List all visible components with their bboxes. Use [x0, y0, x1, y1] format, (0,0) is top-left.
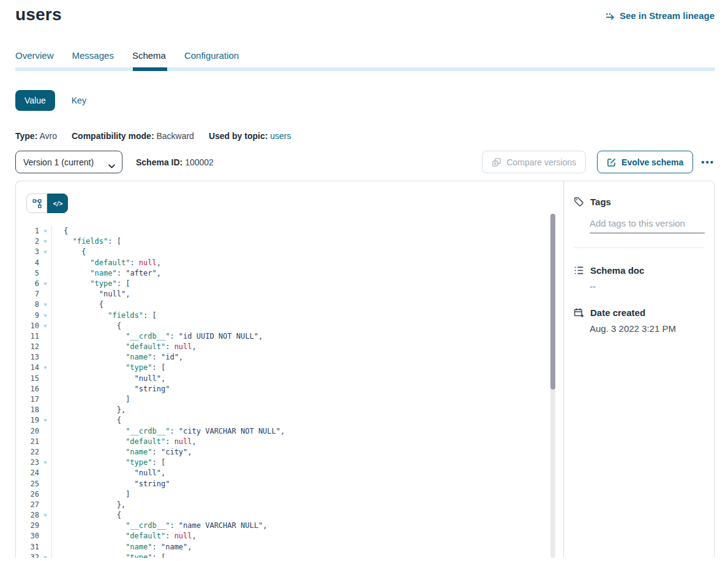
editor-scrollbar-track	[550, 214, 555, 558]
meta-used-by-topic: Used by topic: users	[209, 131, 291, 141]
code-text: "default": null,	[52, 437, 197, 447]
code-line: 21"default": null,	[16, 437, 563, 447]
fold-toggle-icon[interactable]: ▼	[39, 363, 52, 373]
code-text: "default": null,	[52, 258, 161, 268]
code-text: "type": [	[52, 363, 165, 373]
code-text: "name": "id",	[52, 352, 183, 363]
meta-compatibility-label: Compatibility mode:	[72, 131, 154, 141]
fold-spacer	[39, 374, 52, 384]
tab-underline-track	[15, 67, 715, 71]
tab-messages[interactable]: Messages	[72, 50, 114, 61]
evolve-schema-button[interactable]: Evolve schema	[597, 151, 693, 173]
fold-spacer	[39, 289, 52, 299]
code-line: 4"default": null,	[16, 258, 563, 268]
code-line: 8▼{	[16, 299, 563, 310]
schema-editor: </> 1▼{2▼"fields": [3▼{4"default": null,…	[16, 181, 563, 558]
evolve-schema-label: Evolve schema	[621, 157, 683, 167]
tab-configuration[interactable]: Configuration	[184, 50, 239, 61]
line-number: 4	[16, 258, 39, 268]
code-text: "name": "after",	[52, 268, 161, 279]
fold-toggle-icon[interactable]: ▼	[39, 279, 52, 289]
code-text: {	[52, 299, 103, 310]
code-line: 27},	[16, 500, 563, 510]
meta-topic-link[interactable]: users	[270, 131, 291, 141]
compare-versions-button[interactable]: Compare versions	[482, 151, 586, 173]
fold-toggle-icon[interactable]: ▼	[39, 299, 52, 310]
code-text: "type": [	[52, 457, 165, 468]
code-lines: 1▼{2▼"fields": [3▼{4"default": null,5"na…	[16, 226, 563, 558]
fold-spacer	[39, 500, 52, 510]
fold-toggle-icon[interactable]: ▼	[39, 247, 52, 257]
code-view-button[interactable]: </>	[47, 194, 68, 213]
code-text: {	[52, 247, 86, 257]
code-line: 16"string"	[16, 384, 563, 394]
fold-spacer	[39, 268, 52, 279]
schema-card: </> 1▼{2▼"fields": [3▼{4"default": null,…	[15, 181, 715, 558]
fold-toggle-icon[interactable]: ▼	[39, 226, 52, 236]
fold-toggle-icon[interactable]: ▼	[39, 321, 52, 331]
stream-lineage-link[interactable]: See in Stream lineage	[605, 10, 715, 21]
fold-toggle-icon[interactable]: ▼	[39, 510, 52, 521]
code-text: },	[52, 500, 126, 510]
value-key-toggle: Value Key	[15, 90, 715, 111]
evolve-schema-icon	[607, 157, 617, 167]
line-number: 2	[16, 236, 39, 247]
code-text: "__crdb__": "name VARCHAR NULL",	[52, 521, 267, 531]
tree-view-button[interactable]	[26, 194, 47, 213]
line-number: 28	[16, 510, 39, 521]
meta-type-label: Type:	[15, 131, 37, 141]
add-tags-input[interactable]	[590, 216, 705, 233]
code-text: "__crdb__": "city VARCHAR NOT NULL",	[52, 426, 285, 437]
tags-heading-row: Tags	[574, 197, 704, 207]
line-number: 10	[16, 321, 39, 331]
code-line: 18},	[16, 405, 563, 415]
value-toggle-button[interactable]: Value	[15, 90, 55, 111]
version-select[interactable]: Version 1 (current)	[15, 151, 122, 173]
key-toggle-button[interactable]: Key	[72, 96, 86, 105]
page-header: users See in Stream lineage	[15, 0, 715, 24]
fold-spacer	[39, 447, 52, 457]
fold-toggle-icon[interactable]: ▼	[39, 311, 52, 321]
line-number: 32	[16, 552, 39, 558]
fold-toggle-icon[interactable]: ▼	[39, 552, 52, 558]
line-number: 1	[16, 226, 39, 236]
line-number: 30	[16, 531, 39, 541]
schema-doc-value: --	[590, 281, 704, 292]
code-line: 11"__crdb__": "id UUID NOT NULL",	[16, 331, 563, 342]
topic-tabs: Overview Messages Schema Configuration	[15, 50, 715, 61]
line-number: 3	[16, 247, 39, 257]
code-line: 3▼{	[16, 247, 563, 257]
more-actions-button[interactable]: •••	[701, 157, 715, 167]
line-number: 23	[16, 457, 39, 468]
code-line: 26]	[16, 489, 563, 500]
line-number: 21	[16, 437, 39, 447]
code-text: {	[52, 415, 121, 426]
code-line: 12"default": null,	[16, 342, 563, 352]
fold-spacer	[39, 258, 52, 268]
fold-toggle-icon[interactable]: ▼	[39, 457, 52, 468]
fold-spacer	[39, 542, 52, 552]
code-text: "default": null,	[52, 342, 197, 352]
compare-versions-label: Compare versions	[506, 157, 576, 167]
schema-id: Schema ID: 100002	[136, 157, 214, 167]
code-line: 24"null",	[16, 468, 563, 478]
compare-versions-icon	[492, 157, 501, 167]
tab-overview[interactable]: Overview	[15, 50, 54, 61]
fold-toggle-icon[interactable]: ▼	[39, 415, 52, 426]
line-number: 12	[16, 342, 39, 352]
editor-scrollbar-thumb[interactable]	[550, 214, 555, 390]
code-view-icon: </>	[53, 200, 62, 207]
code-line: 31"name": "name",	[16, 542, 563, 552]
code-line: 28▼{	[16, 510, 563, 521]
line-number: 6	[16, 279, 39, 289]
code-line: 14▼"type": [	[16, 363, 563, 373]
tab-schema[interactable]: Schema	[132, 50, 166, 61]
code-line: 22"name": "city",	[16, 447, 563, 457]
line-number: 29	[16, 521, 39, 531]
fold-toggle-icon[interactable]: ▼	[39, 236, 52, 247]
code-text: "null",	[52, 374, 165, 384]
meta-compatibility-value: Backward	[156, 131, 193, 141]
code-line: 17]	[16, 394, 563, 405]
line-number: 8	[16, 299, 39, 310]
line-number: 22	[16, 447, 39, 457]
